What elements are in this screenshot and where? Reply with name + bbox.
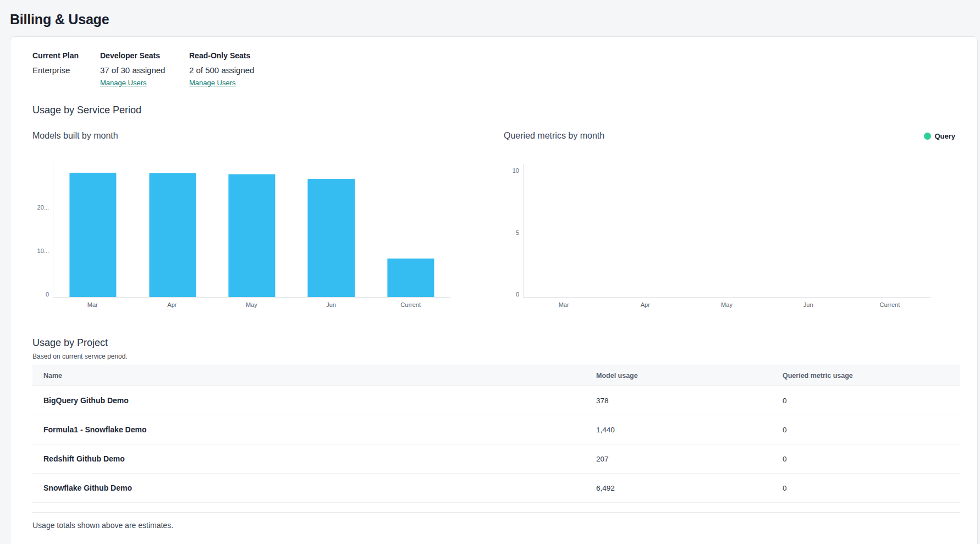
plan-label: Developer Seats [100, 51, 189, 61]
x-axis-labels: MarAprMayJunCurrent [523, 301, 931, 308]
bar-apr [149, 173, 196, 297]
y-axis-tick-label: 0 [32, 290, 49, 298]
page-header: Billing & Usage [0, 0, 980, 36]
category-band [53, 164, 133, 297]
table-row: Redshift Github Demo2070 [32, 444, 960, 474]
plan-column: Developer Seats37 of 30 assignedManage U… [100, 51, 189, 87]
queried-metrics-chart: Queried metrics by month Query 0510MarAp… [504, 130, 955, 308]
x-axis-tick-label: Mar [53, 301, 133, 308]
project-name-cell: Formula1 - Snowflake Demo [32, 415, 596, 444]
category-band [605, 164, 686, 297]
models-built-chart-title: Models built by month [32, 131, 118, 141]
x-axis-tick-label: Current [371, 301, 450, 308]
queried-metric-usage-cell: 0 [783, 415, 960, 444]
category-band [212, 164, 291, 297]
category-band [768, 164, 849, 297]
x-axis-tick-label: Jun [768, 301, 849, 308]
usage-by-project-table: Name Model usage Queried metric usage Bi… [32, 365, 960, 503]
project-name-cell: BigQuery Github Demo [32, 386, 596, 415]
plan-column: Read-Only Seats2 of 500 assignedManage U… [189, 51, 254, 87]
queried-metrics-plot: 0510MarAprMayJunCurrent [504, 164, 955, 308]
usage-by-service-period-title: Usage by Service Period [32, 104, 955, 117]
x-axis-tick-label: Apr [604, 301, 686, 308]
bar-current [387, 259, 434, 297]
usage-estimate-note: Usage totals shown above are estimates. [32, 521, 955, 530]
chart-legend: Query [924, 132, 955, 140]
page-title: Billing & Usage [10, 11, 970, 28]
model-usage-cell: 207 [596, 444, 783, 474]
x-axis-tick-label: May [686, 301, 767, 308]
column-header-queried-metric-usage: Queried metric usage [783, 365, 960, 386]
y-axis-tick-label: 10... [32, 247, 49, 255]
x-axis-tick-label: May [212, 301, 291, 308]
manage-users-link[interactable]: Manage Users [100, 79, 147, 87]
plan-value: 2 of 500 assigned [189, 65, 254, 75]
category-band [371, 164, 450, 297]
y-axis-tick-label: 10 [504, 167, 519, 174]
models-built-chart: Models built by month 010...20...MarAprM… [32, 130, 450, 308]
billing-card: Current PlanEnterpriseDeveloper Seats37 … [10, 36, 978, 544]
category-band [291, 164, 371, 297]
y-axis-tick-label: 20... [32, 204, 49, 211]
plan-value: Enterprise [32, 65, 100, 75]
model-usage-cell: 6,492 [596, 474, 783, 503]
plan-label: Read-Only Seats [189, 51, 254, 61]
plot-area [523, 164, 931, 298]
query-legend-label: Query [934, 132, 955, 140]
queried-metric-usage-cell: 0 [783, 474, 960, 503]
x-axis-tick-label: Current [849, 301, 931, 308]
column-header-name: Name [32, 365, 596, 386]
queried-metrics-chart-title: Queried metrics by month [504, 131, 604, 141]
plan-column: Current PlanEnterprise [32, 51, 100, 87]
model-usage-cell: 1,440 [596, 415, 783, 444]
charts-row: Models built by month 010...20...MarAprM… [32, 130, 955, 308]
billing-usage-page: Billing & Usage Current PlanEnterpriseDe… [0, 0, 980, 544]
table-row: Formula1 - Snowflake Demo1,4400 [32, 415, 960, 444]
footer-divider [32, 512, 960, 513]
usage-by-project-subtitle: Based on current service period. [32, 353, 955, 360]
category-band [133, 164, 212, 297]
column-header-model-usage: Model usage [596, 365, 783, 386]
category-band [849, 164, 931, 297]
queried-metric-usage-cell: 0 [783, 444, 960, 474]
x-axis-tick-label: Jun [291, 301, 371, 308]
bar-jun [308, 179, 355, 297]
y-axis-tick-label: 5 [504, 229, 519, 237]
category-band [524, 164, 605, 297]
table-row: BigQuery Github Demo3780 [32, 386, 960, 415]
table-header-row: Name Model usage Queried metric usage [32, 365, 960, 386]
x-axis-tick-label: Mar [523, 301, 604, 308]
model-usage-cell: 378 [596, 386, 783, 415]
queried-metric-usage-cell: 0 [783, 386, 960, 415]
table-row: Snowflake Github Demo6,4920 [32, 474, 960, 503]
usage-by-project-title: Usage by Project [32, 337, 955, 349]
query-legend-dot-icon [924, 133, 931, 140]
project-name-cell: Redshift Github Demo [32, 444, 596, 474]
queried-metrics-chart-header: Queried metrics by month Query [504, 130, 955, 142]
bar-may [228, 174, 275, 297]
manage-users-link[interactable]: Manage Users [189, 79, 236, 87]
plan-value: 37 of 30 assigned [100, 65, 189, 75]
bar-mar [70, 173, 117, 297]
y-axis-tick-label: 0 [504, 290, 519, 298]
project-name-cell: Snowflake Github Demo [32, 474, 596, 503]
x-axis-tick-label: Apr [133, 301, 212, 308]
plan-label: Current Plan [32, 51, 100, 61]
models-built-plot: 010...20...MarAprMayJunCurrent [32, 164, 450, 308]
plot-area [53, 164, 450, 298]
plan-summary: Current PlanEnterpriseDeveloper Seats37 … [32, 51, 955, 87]
category-band [686, 164, 768, 297]
models-built-chart-header: Models built by month [32, 130, 450, 142]
x-axis-labels: MarAprMayJunCurrent [53, 301, 450, 308]
